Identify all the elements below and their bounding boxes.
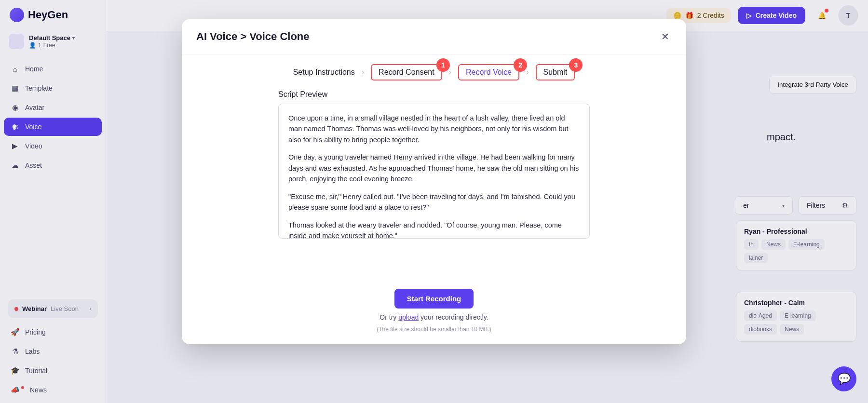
upload-post: your recording directly.	[419, 313, 488, 321]
help-chat-button[interactable]: 💬	[831, 366, 856, 391]
step-setup: Setup Instructions	[293, 68, 355, 77]
step-badge: 3	[569, 58, 583, 72]
close-button[interactable]: ✕	[658, 30, 672, 43]
step-record-voice[interactable]: Record Voice 2	[458, 64, 519, 81]
step-badge: 2	[514, 58, 527, 72]
modal-header: AI Voice > Voice Clone ✕	[182, 19, 686, 54]
upload-link[interactable]: upload	[398, 313, 419, 321]
step-arrow-icon: ›	[362, 68, 364, 77]
step-label: Record Voice	[466, 68, 512, 76]
upload-hint: (The file size should be smaller than 10…	[377, 326, 491, 333]
wizard-steps: Setup Instructions › Record Consent 1 › …	[182, 54, 686, 85]
start-label: Start Recording	[407, 295, 461, 303]
step-arrow-icon: ›	[449, 68, 451, 77]
upload-line: Or try upload your recording directly.	[380, 313, 488, 321]
close-icon: ✕	[661, 31, 669, 42]
script-paragraph: Once upon a time, in a small village nes…	[288, 113, 580, 145]
voice-clone-modal: AI Voice > Voice Clone ✕ Setup Instructi…	[182, 19, 686, 344]
step-label: Record Consent	[379, 68, 434, 76]
step-arrow-icon: ›	[526, 68, 529, 77]
script-paragraph: One day, a young traveler named Henry ar…	[288, 152, 580, 184]
script-preview-label: Script Preview	[278, 90, 590, 99]
script-textarea[interactable]: Once upon a time, in a small village nes…	[278, 104, 590, 239]
script-paragraph: Thomas looked at the weary traveler and …	[288, 220, 580, 239]
start-recording-button[interactable]: Start Recording	[394, 289, 474, 309]
upload-pre: Or try	[380, 313, 398, 321]
step-label: Submit	[543, 68, 568, 76]
step-badge: 1	[436, 58, 450, 72]
script-paragraph: "Excuse me, sir," Henry called out. "I'v…	[288, 191, 580, 213]
step-record-consent[interactable]: Record Consent 1	[371, 64, 442, 81]
chat-icon: 💬	[838, 373, 851, 385]
modal-title: AI Voice > Voice Clone	[196, 30, 310, 43]
step-submit[interactable]: Submit 3	[536, 64, 575, 81]
script-preview-section: Script Preview Once upon a time, in a sm…	[182, 85, 686, 276]
modal-actions: Start Recording Or try upload your recor…	[182, 276, 686, 344]
